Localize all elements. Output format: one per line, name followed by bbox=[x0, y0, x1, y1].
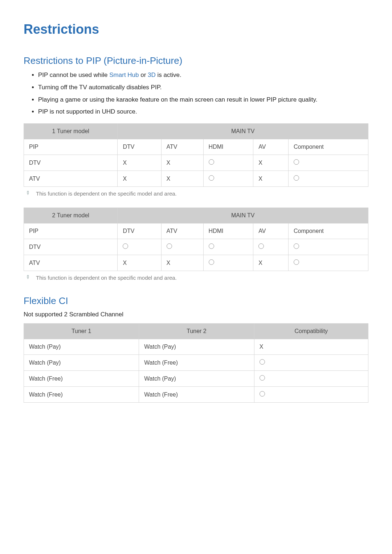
cell bbox=[289, 239, 368, 255]
highlight-smart-hub: Smart Hub bbox=[109, 71, 139, 78]
section-flexible-ci: Flexible CI Not supported 2 Scrambled Ch… bbox=[24, 295, 368, 403]
section-pip: Restrictions to PIP (Picture-in-Picture)… bbox=[24, 55, 368, 281]
circle-icon bbox=[294, 259, 299, 265]
cell: X bbox=[253, 255, 289, 271]
bullet-item: PIP cannot be used while Smart Hub or 3D… bbox=[38, 71, 368, 79]
bullet-item: Playing a game or using the karaoke feat… bbox=[38, 95, 368, 104]
circle-icon bbox=[294, 175, 299, 181]
cell: Watch (Free) bbox=[24, 387, 139, 403]
cell: X bbox=[161, 255, 203, 271]
th-main-tv: MAIN TV bbox=[118, 124, 368, 139]
cell bbox=[289, 155, 368, 171]
cell bbox=[203, 155, 253, 171]
page-title: Restrictions bbox=[24, 22, 368, 37]
circle-icon bbox=[209, 243, 214, 249]
table-row: Watch (Free) Watch (Free) bbox=[24, 387, 368, 403]
th-col: Component bbox=[289, 223, 368, 239]
row-label: ATV bbox=[24, 255, 118, 271]
cell: Watch (Free) bbox=[139, 387, 254, 403]
circle-icon bbox=[123, 243, 128, 249]
th-col: HDMI bbox=[203, 139, 253, 155]
table-2-tuner: 2 Tuner model MAIN TV PIP DTV ATV HDMI A… bbox=[24, 208, 368, 271]
note-text: This function is dependent on the specif… bbox=[36, 275, 177, 281]
cell bbox=[254, 355, 368, 371]
pencil-icon: ✎ bbox=[25, 274, 32, 281]
row-label: ATV bbox=[24, 171, 118, 187]
table-row: DTV X X X bbox=[24, 155, 368, 171]
cell: Watch (Free) bbox=[24, 371, 139, 387]
th-col: DTV bbox=[118, 139, 161, 155]
highlight-3d: 3D bbox=[148, 71, 156, 78]
cell bbox=[289, 171, 368, 187]
th-col: ATV bbox=[161, 223, 203, 239]
row-label: DTV bbox=[24, 155, 118, 171]
circle-icon bbox=[209, 259, 214, 265]
note: ✎ This function is dependent on the spec… bbox=[26, 190, 368, 197]
cell: X bbox=[118, 255, 161, 271]
cell: X bbox=[161, 155, 203, 171]
text: or bbox=[139, 71, 148, 78]
table-row: Watch (Pay) Watch (Pay) X bbox=[24, 339, 368, 355]
th-col: PIP bbox=[24, 223, 118, 239]
th-main-tv: MAIN TV bbox=[118, 208, 368, 223]
table-row: ATV X X X bbox=[24, 171, 368, 187]
th-col: PIP bbox=[24, 139, 118, 155]
heading-pip: Restrictions to PIP (Picture-in-Picture) bbox=[24, 55, 368, 66]
text: PIP cannot be used while bbox=[38, 71, 109, 78]
table-row: DTV bbox=[24, 239, 368, 255]
cell: Watch (Pay) bbox=[139, 371, 254, 387]
cell bbox=[118, 239, 161, 255]
table-row: Watch (Pay) Watch (Free) bbox=[24, 355, 368, 371]
cell bbox=[254, 371, 368, 387]
th-corner: 1 Tuner model bbox=[24, 124, 118, 139]
bullet-item: PIP is not supported in UHD source. bbox=[38, 107, 368, 116]
note: ✎ This function is dependent on the spec… bbox=[26, 275, 368, 281]
heading-ci: Flexible CI bbox=[24, 295, 368, 307]
circle-icon bbox=[209, 175, 214, 181]
th-col: HDMI bbox=[203, 223, 253, 239]
th-col: Component bbox=[289, 139, 368, 155]
cell: X bbox=[253, 171, 289, 187]
cell bbox=[289, 255, 368, 271]
cell: X bbox=[254, 339, 368, 355]
cell: Watch (Pay) bbox=[24, 355, 139, 371]
th-corner: 2 Tuner model bbox=[24, 208, 118, 223]
cell bbox=[203, 255, 253, 271]
circle-icon bbox=[294, 243, 299, 249]
th: Tuner 1 bbox=[24, 324, 139, 339]
note-text: This function is dependent on the specif… bbox=[36, 190, 177, 197]
ci-subtext: Not supported 2 Scrambled Channel bbox=[24, 311, 368, 318]
circle-icon bbox=[260, 391, 265, 397]
row-label: DTV bbox=[24, 239, 118, 255]
table-row: ATV X X X bbox=[24, 255, 368, 271]
text: is active. bbox=[156, 71, 181, 78]
cell: X bbox=[118, 171, 161, 187]
pencil-icon: ✎ bbox=[25, 189, 32, 197]
cell bbox=[203, 171, 253, 187]
cell: X bbox=[161, 171, 203, 187]
cell: Watch (Pay) bbox=[24, 339, 139, 355]
cell bbox=[253, 239, 289, 255]
th-col: AV bbox=[253, 139, 289, 155]
cell: Watch (Pay) bbox=[139, 339, 254, 355]
cell bbox=[254, 387, 368, 403]
pip-bullet-list: PIP cannot be used while Smart Hub or 3D… bbox=[24, 71, 368, 116]
circle-icon bbox=[260, 359, 265, 365]
cell bbox=[203, 239, 253, 255]
circle-icon bbox=[167, 243, 172, 249]
circle-icon bbox=[209, 159, 214, 165]
th: Compatibility bbox=[254, 324, 368, 339]
cell: Watch (Free) bbox=[139, 355, 254, 371]
cell: X bbox=[118, 155, 161, 171]
table-row: Watch (Free) Watch (Pay) bbox=[24, 371, 368, 387]
th: Tuner 2 bbox=[139, 324, 254, 339]
cell bbox=[161, 239, 203, 255]
table-flexible-ci: Tuner 1 Tuner 2 Compatibility Watch (Pay… bbox=[24, 323, 368, 403]
bullet-item: Turning off the TV automatically disable… bbox=[38, 83, 368, 92]
circle-icon bbox=[294, 159, 299, 165]
th-col: DTV bbox=[118, 223, 161, 239]
th-col: AV bbox=[253, 223, 289, 239]
table-1-tuner: 1 Tuner model MAIN TV PIP DTV ATV HDMI A… bbox=[24, 123, 368, 187]
circle-icon bbox=[258, 243, 264, 249]
circle-icon bbox=[260, 375, 265, 381]
